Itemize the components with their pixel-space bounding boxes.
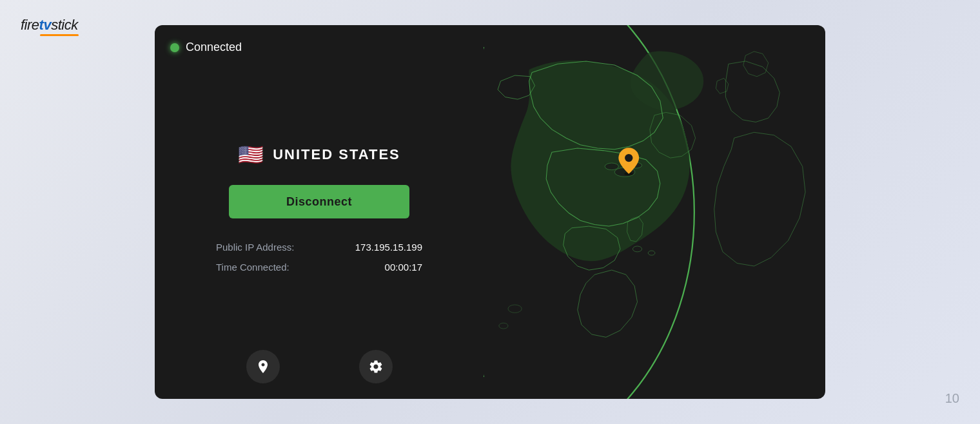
left-panel: Connected 🇺🇸 UNITED STATES Disconnect Pu… [155, 25, 484, 399]
settings-icon [368, 359, 384, 374]
location-icon [255, 359, 271, 374]
time-value: 00:00:17 [385, 262, 422, 273]
map-area [484, 25, 825, 399]
time-label: Time Connected: [216, 262, 289, 273]
bottom-icons [155, 350, 484, 383]
vpn-panel: Connected 🇺🇸 UNITED STATES Disconnect Pu… [155, 25, 825, 399]
connection-details: Public IP Address: 173.195.15.199 Time C… [216, 242, 422, 282]
ip-value: 173.195.15.199 [355, 242, 422, 253]
ip-row: Public IP Address: 173.195.15.199 [216, 242, 422, 253]
logo-text: firetvstick [21, 18, 78, 32]
status-text: Connected [186, 41, 242, 54]
settings-button[interactable] [359, 350, 393, 383]
country-container: 🇺🇸 UNITED STATES [238, 142, 400, 167]
disconnect-button[interactable]: Disconnect [229, 185, 409, 218]
country-name: UNITED STATES [273, 146, 400, 163]
svg-point-10 [625, 154, 632, 162]
ip-label: Public IP Address: [216, 242, 294, 253]
world-map [484, 25, 825, 399]
svg-point-7 [605, 163, 618, 170]
logo-tv: tv [39, 17, 52, 33]
version-badge: 10 [945, 391, 959, 406]
logo-underline [40, 34, 79, 36]
status-dot [170, 43, 179, 52]
time-row: Time Connected: 00:00:17 [216, 262, 422, 273]
status-bar: Connected [170, 41, 242, 54]
location-button[interactable] [246, 350, 280, 383]
country-flag: 🇺🇸 [238, 142, 264, 167]
logo: firetvstick [21, 18, 79, 36]
logo-fire: fire [21, 17, 39, 33]
logo-stick: stick [51, 17, 78, 33]
